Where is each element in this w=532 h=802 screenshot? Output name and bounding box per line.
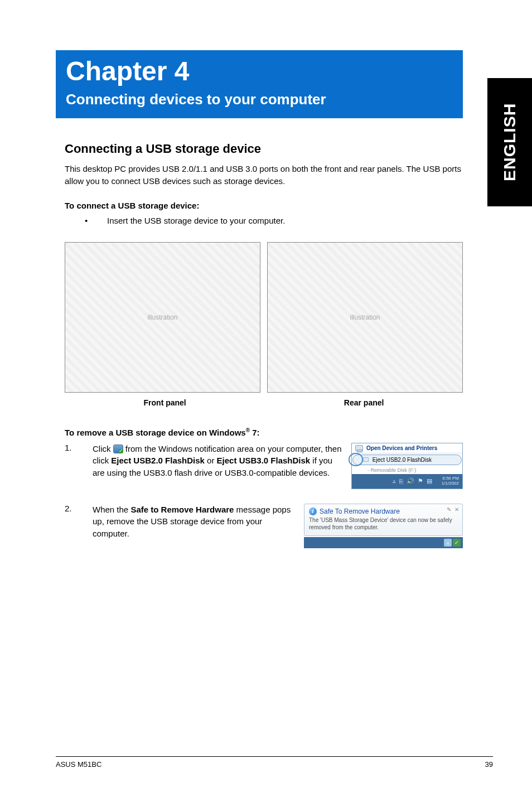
- step-2-number: 2.: [65, 504, 93, 513]
- balloon-message: The 'USB Mass Storage Device' device can…: [309, 516, 458, 531]
- clock-date: 1/1/2002: [438, 481, 459, 486]
- step1-bold1: Eject USB2.0 FlashDisk: [111, 456, 205, 465]
- tray-usb-mini-icon[interactable]: ✓: [453, 539, 461, 547]
- eject-popup: Open Devices and Printers Eject USB2.0 F…: [351, 443, 463, 489]
- bullet-text: Insert the USB storage device to your co…: [107, 216, 285, 225]
- chapter-banner: Chapter 4 Connecting devices to your com…: [56, 50, 463, 118]
- tray-up-icon[interactable]: ▵: [393, 477, 396, 485]
- figure-row: illustration illustration: [65, 242, 463, 393]
- open-devices-label: Open Devices and Printers: [366, 445, 437, 451]
- taskbar: ▵ ⎘ 🔊 ⚑ ▤ 8:56 PM 1/1/2002: [352, 474, 462, 489]
- eject-flashdisk-label: Eject USB2.0 FlashDisk: [373, 457, 432, 463]
- removable-disk-row[interactable]: - Removable Disk (F:): [352, 466, 462, 474]
- taskbar-clock[interactable]: 8:56 PM 1/1/2002: [436, 476, 461, 486]
- balloon-title-row: i Safe To Remove Hardware: [309, 508, 458, 515]
- tray-usb-icon[interactable]: ⎘: [399, 478, 403, 485]
- tray-flag-icon[interactable]: ⚑: [418, 477, 423, 485]
- balloon-close-icon[interactable]: ✕: [454, 506, 459, 513]
- section-heading: Connecting a USB storage device: [65, 142, 463, 156]
- figure-front-panel: illustration: [65, 242, 260, 393]
- balloon-tray: ▵ ✓: [304, 537, 463, 548]
- step1-bold2: Eject USB3.0 FlashDisk: [217, 456, 311, 465]
- balloon-controls: ✎ ✕: [447, 506, 459, 513]
- safely-remove-tray-icon: [113, 445, 123, 453]
- page: Chapter 4 Connecting devices to your com…: [0, 0, 532, 802]
- registered-mark: ®: [246, 427, 250, 433]
- step-2: 2. When the Safe to Remove Hardware mess…: [65, 504, 463, 548]
- step-1-text: Click from the Windows notification area…: [93, 443, 351, 479]
- remove-heading-post: 7:: [250, 428, 260, 437]
- content-area: Connecting a USB storage device This des…: [56, 118, 463, 548]
- footer-page-number: 39: [485, 760, 493, 769]
- step2-pre: When the: [93, 505, 130, 514]
- step1-pre: Click: [93, 444, 113, 453]
- front-panel-label: Front panel: [144, 398, 186, 407]
- chapter-title: Chapter 4: [66, 56, 453, 86]
- step-2-screenshot: ✎ ✕ i Safe To Remove Hardware The 'USB M…: [304, 504, 463, 548]
- balloon-title-text: Safe To Remove Hardware: [320, 508, 400, 515]
- connect-heading: To connect a USB storage device:: [65, 201, 463, 210]
- step-2-text: When the Safe to Remove Hardware message…: [93, 504, 304, 540]
- footer-model: ASUS M51BC: [56, 760, 101, 769]
- step2-bold: Safe to Remove Hardware: [130, 505, 234, 514]
- figure-labels: Front panel Rear panel: [65, 398, 463, 407]
- step-1-screenshot: Open Devices and Printers Eject USB2.0 F…: [351, 443, 463, 489]
- chapter-subtitle: Connecting devices to your computer: [66, 91, 453, 108]
- page-footer: ASUS M51BC 39: [56, 756, 493, 769]
- open-devices-row[interactable]: Open Devices and Printers: [352, 443, 462, 453]
- eject-flashdisk-row[interactable]: Eject USB2.0 FlashDisk: [352, 455, 462, 465]
- devices-printers-icon: [355, 445, 363, 451]
- info-icon: i: [309, 508, 317, 515]
- step-1: 1. Click from the Windows notification a…: [65, 443, 463, 489]
- balloon-wrench-icon[interactable]: ✎: [447, 506, 451, 513]
- bullet-item: • Insert the USB storage device to your …: [85, 216, 463, 225]
- step-1-number: 1.: [65, 443, 93, 452]
- remove-heading-pre: To remove a USB storage device on Window…: [65, 428, 246, 437]
- section-intro: This desktop PC provides USB 2.0/1.1 and…: [65, 163, 463, 187]
- step1-or: or: [205, 456, 217, 465]
- rear-panel-label: Rear panel: [344, 398, 384, 407]
- figure-rear-panel: illustration: [267, 242, 463, 393]
- bullet-marker: •: [85, 216, 107, 225]
- tray-volume-icon[interactable]: 🔊: [407, 477, 414, 485]
- tray-network-icon[interactable]: ▤: [427, 477, 432, 485]
- flashdisk-icon: [363, 457, 369, 462]
- balloon-body: ✎ ✕ i Safe To Remove Hardware The 'USB M…: [304, 504, 463, 536]
- remove-heading: To remove a USB storage device on Window…: [65, 427, 463, 437]
- balloon-tooltip: ✎ ✕ i Safe To Remove Hardware The 'USB M…: [304, 504, 463, 548]
- tray-up-mini-icon[interactable]: ▵: [444, 539, 452, 547]
